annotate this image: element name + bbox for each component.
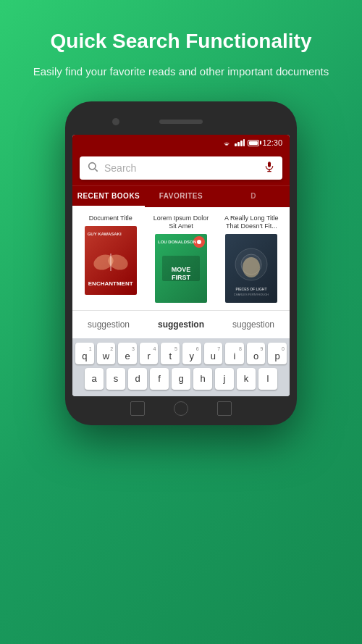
phone-screen: 12:30 Search bbox=[72, 135, 290, 396]
svg-text:CHARLES FERNYHOUGH: CHARLES FERNYHOUGH bbox=[234, 293, 269, 296]
book-title: Document Title bbox=[89, 214, 132, 222]
phone-bottom-bar bbox=[72, 401, 290, 415]
book-item[interactable]: Lorem Ipsum Dolor Sit Amet MOVE FIRST Lo… bbox=[148, 214, 213, 303]
keyboard-row-2: a s d f g h j k l bbox=[75, 368, 287, 390]
key-i[interactable]: 8i bbox=[225, 343, 244, 364]
key-k[interactable]: k bbox=[237, 368, 256, 390]
book-title: Lorem Ipsum Dolor Sit Amet bbox=[148, 214, 213, 230]
signal-icon bbox=[235, 139, 245, 146]
key-j[interactable]: j bbox=[215, 368, 234, 390]
phone-recents-btn[interactable] bbox=[217, 401, 232, 416]
phone-home-btn[interactable] bbox=[174, 401, 188, 416]
phone-speaker bbox=[159, 120, 203, 124]
key-l[interactable]: l bbox=[258, 368, 277, 390]
suggestion-item[interactable]: suggestion bbox=[217, 317, 290, 333]
svg-point-6 bbox=[106, 252, 130, 272]
key-o[interactable]: 9o bbox=[247, 343, 266, 364]
tab-recent-books[interactable]: RECENT BOOKS bbox=[72, 186, 145, 207]
key-r[interactable]: 4r bbox=[140, 343, 159, 364]
key-u[interactable]: 7u bbox=[204, 343, 223, 364]
search-placeholder[interactable]: Search bbox=[104, 162, 258, 174]
suggestion-bar: suggestion suggestion suggestion bbox=[72, 310, 290, 338]
key-q[interactable]: 1q bbox=[75, 343, 94, 364]
keyboard-row-1: 1q 2w 3e 4r 5t 6y 7u 8i 9o 0p bbox=[75, 343, 287, 364]
book-cover: MOVE FIRST Lou Donaldson bbox=[155, 234, 207, 303]
battery-icon bbox=[248, 140, 259, 146]
tabs-bar: RECENT BOOKS FAVORITES D bbox=[72, 185, 290, 207]
status-bar: 12:30 bbox=[72, 135, 290, 151]
svg-point-0 bbox=[89, 163, 96, 170]
status-time: 12:30 bbox=[262, 138, 282, 147]
phone-mockup: 12:30 Search bbox=[65, 101, 297, 425]
key-t[interactable]: 5t bbox=[161, 343, 180, 364]
page-subtitle: Easily find your favorite reads and othe… bbox=[33, 64, 329, 80]
book-decoration: MOVE FIRST bbox=[155, 234, 207, 303]
book-cover: PIECES OF LIGHT CHARLES FERNYHOUGH bbox=[225, 234, 277, 303]
books-grid: Document Title Guy Kawasaki Enchantment bbox=[72, 207, 290, 310]
svg-text:MOVE: MOVE bbox=[172, 266, 191, 273]
book-item[interactable]: Document Title Guy Kawasaki Enchantment bbox=[78, 214, 143, 303]
key-y[interactable]: 6y bbox=[182, 343, 201, 364]
key-g[interactable]: g bbox=[172, 368, 190, 390]
header-section: Quick Search Functionality Easily find y… bbox=[12, 0, 351, 94]
book-title: A Really Long Title That Doesn't Fit... bbox=[219, 214, 284, 230]
key-w[interactable]: 2w bbox=[97, 343, 116, 364]
keyboard: 1q 2w 3e 4r 5t 6y 7u 8i 9o 0p a s d f bbox=[72, 338, 290, 396]
phone-top-bar bbox=[72, 112, 290, 132]
key-f[interactable]: f bbox=[150, 368, 169, 390]
book-item[interactable]: A Really Long Title That Doesn't Fit... … bbox=[219, 214, 284, 303]
phone-body: 12:30 Search bbox=[65, 101, 297, 425]
key-a[interactable]: a bbox=[85, 368, 104, 390]
svg-point-13 bbox=[243, 257, 260, 277]
phone-back-btn[interactable] bbox=[130, 401, 145, 416]
book-cover: Guy Kawasaki Enchantment bbox=[85, 226, 137, 295]
mic-icon[interactable] bbox=[264, 161, 275, 175]
suggestion-item-bold[interactable]: suggestion bbox=[145, 317, 217, 333]
svg-text:PIECES OF LIGHT: PIECES OF LIGHT bbox=[236, 287, 267, 291]
key-h[interactable]: h bbox=[193, 368, 212, 390]
svg-line-1 bbox=[95, 169, 98, 172]
book-decoration: PIECES OF LIGHT CHARLES FERNYHOUGH bbox=[225, 234, 277, 303]
key-d[interactable]: d bbox=[128, 368, 147, 390]
search-bar[interactable]: Search bbox=[80, 156, 282, 180]
tab-partial[interactable]: D bbox=[217, 186, 290, 207]
status-icons: 12:30 bbox=[222, 138, 282, 147]
svg-rect-2 bbox=[268, 162, 271, 167]
key-s[interactable]: s bbox=[106, 368, 125, 390]
phone-camera bbox=[112, 118, 119, 125]
key-e[interactable]: 3e bbox=[118, 343, 137, 364]
key-p[interactable]: 0p bbox=[268, 343, 287, 364]
search-icon bbox=[87, 161, 98, 175]
wifi-icon bbox=[222, 139, 232, 147]
suggestion-item[interactable]: suggestion bbox=[72, 317, 145, 333]
tab-favorites[interactable]: FAVORITES bbox=[145, 186, 217, 207]
svg-text:FIRST: FIRST bbox=[172, 274, 191, 281]
page-title: Quick Search Functionality bbox=[33, 29, 329, 54]
app-bar: Search bbox=[72, 151, 290, 185]
